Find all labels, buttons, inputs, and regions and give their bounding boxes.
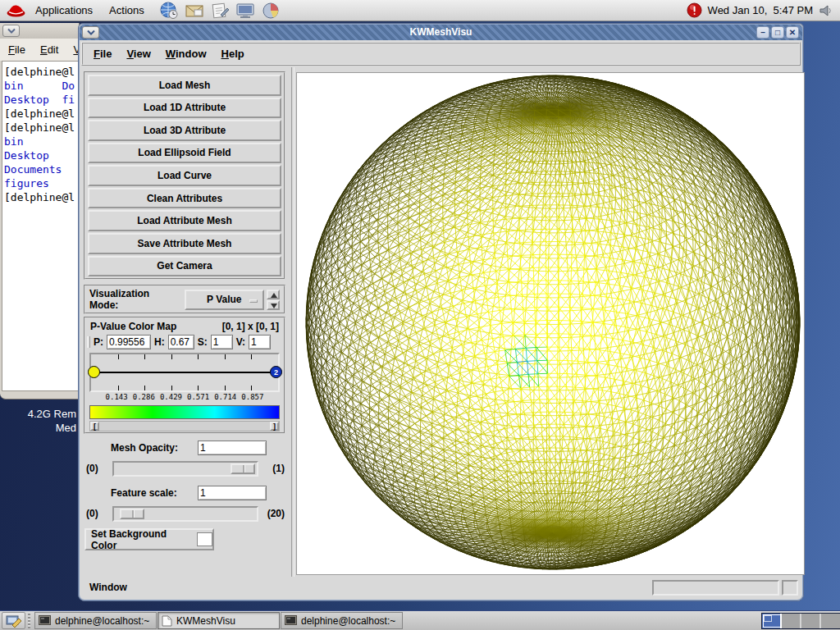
menu-applications[interactable]: Applications (27, 4, 101, 16)
task-button-delphine-localhost-[interactable]: delphine@localhost:~ (34, 612, 157, 629)
colormap-range-slider[interactable]: [ ] (89, 421, 280, 431)
colormap-tick-labels: 0.1430.2860.4290.5710.7140.857 (89, 393, 280, 403)
menu-file[interactable]: File (94, 48, 112, 60)
task-button-delphine-localhost-[interactable]: delphine@localhost:~ (281, 612, 403, 629)
tick-label: 0.429 (160, 393, 182, 401)
tick-mark (118, 354, 119, 359)
terminal-line: Documents (4, 162, 79, 176)
impress-icon[interactable] (235, 2, 255, 20)
background-color-swatch (197, 532, 212, 546)
panel-sash[interactable] (289, 67, 295, 577)
writer-icon[interactable] (210, 2, 230, 20)
range-handle-right[interactable]: ] (270, 422, 279, 431)
desktop-icon-label[interactable]: 4.2G Rem Med (0, 407, 78, 435)
task-list: delphine@localhost:~KWMeshVisudelphine@l… (34, 612, 403, 629)
tick-mark (251, 386, 252, 390)
load-mesh-button[interactable]: Load Mesh (88, 75, 281, 96)
feature-scale-handle[interactable] (120, 509, 144, 519)
terminal-window[interactable]: FileEditView [delphine@lbin DoDesktop fi… (0, 23, 80, 399)
close-button[interactable]: ✕ (786, 26, 799, 39)
load-attribute-mesh-button[interactable]: Load Attribute Mesh (88, 210, 281, 231)
tick-mark (198, 354, 199, 359)
load-ellipsoid-field-button[interactable]: Load Ellipsoid Field (88, 143, 281, 164)
colormap-range: [0, 1] x [0, 1] (222, 321, 279, 332)
save-attribute-mesh-button[interactable]: Save Attribute Mesh (88, 233, 281, 254)
terminal-menu-file[interactable]: File (8, 43, 25, 56)
kwmeshvisu-window: KWMeshVisu – □ ✕ FileViewWindowHelp Load… (78, 23, 804, 601)
workspace-3[interactable] (801, 614, 821, 628)
terminal-output[interactable]: [delphine@lbin DoDesktop fi[delphine@l[d… (2, 61, 80, 391)
taskbar: delphine@localhost:~KWMeshVisudelphine@l… (0, 610, 840, 630)
render-viewport[interactable] (296, 72, 805, 575)
load-3d-attribute-button[interactable]: Load 3D Attribute (88, 120, 281, 141)
titlebar[interactable]: KWMeshVisu – □ ✕ (80, 25, 802, 40)
terminal-line: Desktop (4, 148, 79, 162)
maximize-button[interactable]: □ (771, 26, 784, 39)
workspace-4[interactable] (821, 614, 840, 628)
mesh-opacity-handle[interactable] (231, 463, 255, 474)
param-entry-h[interactable]: 0.67 (168, 335, 194, 349)
colormap-handle-low[interactable] (88, 366, 100, 378)
param-label: V: (236, 336, 245, 348)
terminal-menu-edit[interactable]: Edit (40, 43, 58, 56)
menubar: FileViewWindowHelp (81, 42, 801, 66)
statusbar-label: Window (89, 582, 127, 593)
spinner-up-button[interactable] (267, 290, 280, 299)
window-content: Load MeshLoad 1D AttributeLoad 3D Attrib… (81, 67, 801, 577)
calc-icon[interactable] (261, 2, 281, 20)
panel-right: Wed Jan 10, 5:47 PM (687, 2, 840, 18)
browser-icon[interactable] (159, 2, 179, 20)
terminal-line: [delphine@l (4, 121, 79, 135)
statusbar-grip[interactable] (782, 580, 798, 596)
set-background-color-button[interactable]: Set Background Color (84, 528, 214, 550)
task-button-kwmeshvisu[interactable]: KWMeshVisu (158, 612, 280, 629)
tick-mark (251, 354, 252, 359)
minimize-button[interactable]: – (756, 26, 769, 39)
menu-window[interactable]: Window (166, 48, 207, 60)
param-entry-v[interactable]: 1 (249, 335, 271, 349)
workspace-2[interactable] (782, 614, 801, 628)
load-1d-attribute-button[interactable]: Load 1D Attribute (88, 98, 281, 119)
mesh-opacity-slider: (0) (1) (83, 460, 285, 478)
email-icon[interactable] (185, 2, 204, 20)
taskbar-handle[interactable] (28, 613, 30, 628)
feature-scale-slider: (0) (20) (83, 505, 285, 523)
colormap-params: P:0.99556H:0.67S:1V:1 (85, 332, 284, 349)
workspace-switcher (761, 613, 840, 629)
terminal-icon (285, 615, 297, 626)
terminal-line: [delphine@l (4, 190, 79, 204)
load-curve-button[interactable]: Load Curve (88, 165, 281, 186)
menu-help[interactable]: Help (221, 48, 244, 60)
menu-actions[interactable]: Actions (101, 4, 153, 16)
workspace-1[interactable] (762, 614, 782, 628)
range-handle-left[interactable]: [ (90, 422, 99, 431)
colormap-slider-canvas[interactable]: 2 (89, 353, 280, 392)
statusbar: Window (81, 578, 801, 598)
clean-attributes-button[interactable]: Clean Attributes (88, 188, 281, 209)
mesh-opacity-entry[interactable]: 1 (198, 441, 267, 455)
feature-scale-entry[interactable]: 1 (198, 486, 267, 500)
mesh-opacity-row: Mesh Opacity: 1 (83, 442, 285, 454)
redhat-icon[interactable] (5, 2, 27, 20)
spinner-down-button[interactable] (267, 300, 280, 310)
terminal-line: bin Do (4, 79, 79, 93)
menu-view[interactable]: View (126, 48, 150, 60)
show-desktop-button[interactable] (2, 612, 25, 629)
feature-scale-groove[interactable] (112, 506, 258, 522)
param-entry-p[interactable]: 0.99556 (107, 335, 151, 349)
tick-mark (118, 386, 119, 390)
panel-clock[interactable]: Wed Jan 10, 5:47 PM (708, 4, 813, 16)
terminal-titlebar[interactable] (0, 23, 79, 39)
mesh-sphere[interactable] (297, 73, 804, 574)
statusbar-progress (652, 580, 779, 596)
terminal-line: [delphine@l (4, 65, 79, 79)
action-buttons-frame: Load MeshLoad 1D AttributeLoad 3D Attrib… (84, 71, 285, 280)
alert-icon[interactable] (687, 2, 702, 18)
mesh-opacity-groove[interactable] (112, 461, 258, 477)
volume-icon[interactable] (819, 3, 833, 18)
terminal-window-menu-button[interactable] (2, 25, 20, 37)
visualization-mode-dropdown[interactable]: P Value (185, 290, 264, 310)
get-camera-button[interactable]: Get Camera (88, 256, 281, 277)
param-entry-s[interactable]: 1 (211, 335, 233, 349)
colormap-handle-high[interactable]: 2 (270, 366, 282, 378)
